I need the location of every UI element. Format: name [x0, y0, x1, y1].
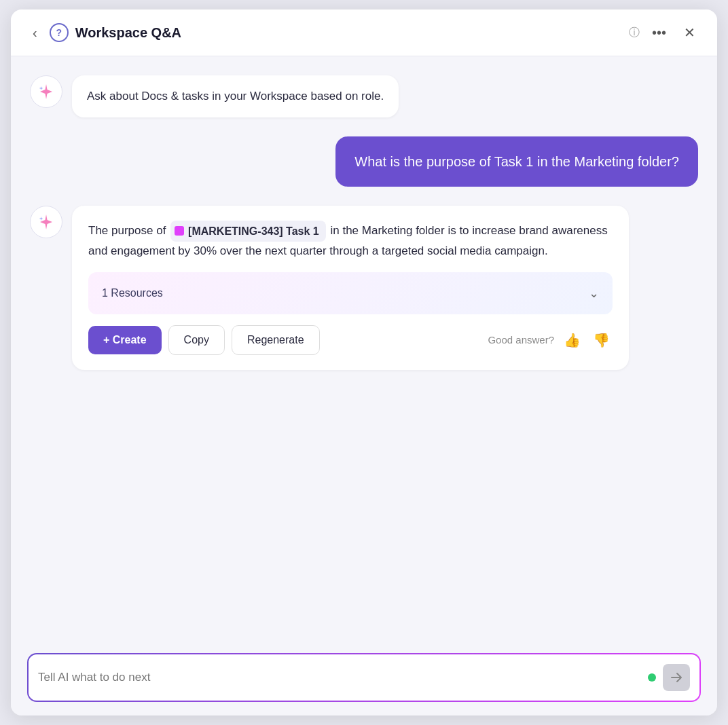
ai-response-bubble: The purpose of [MARKETING-343] Task 1 in… — [72, 206, 629, 371]
chat-panel: ‹ ? Workspace Q&A ⓘ ••• ✕ Ask about Docs… — [11, 10, 717, 715]
task-color-dot — [175, 226, 184, 236]
online-status-dot — [648, 673, 656, 682]
response-prefix: The purpose of — [88, 224, 166, 237]
header-title: Workspace Q&A — [75, 25, 622, 41]
resources-accordion: 1 Resources ⌄ — [88, 272, 613, 315]
input-inner — [29, 654, 699, 701]
ai-intro-bubble: Ask about Docs & tasks in your Workspace… — [72, 75, 399, 117]
close-button[interactable]: ✕ — [678, 22, 701, 43]
chat-area: Ask about Docs & tasks in your Workspace… — [11, 56, 717, 642]
action-buttons: + Create Copy Regenerate Good answer? 👍 … — [88, 325, 613, 355]
input-area — [11, 642, 717, 715]
input-wrapper — [27, 653, 701, 702]
workspace-icon: ? — [50, 23, 69, 42]
more-button[interactable]: ••• — [647, 22, 672, 43]
avatar — [30, 75, 62, 108]
task-reference[interactable]: [MARKETING-343] Task 1 — [170, 221, 326, 242]
create-button[interactable]: + Create — [88, 326, 162, 354]
chat-input[interactable] — [38, 671, 641, 684]
chevron-down-icon: ⌄ — [589, 283, 599, 304]
regenerate-button[interactable]: Regenerate — [232, 325, 320, 355]
header: ‹ ? Workspace Q&A ⓘ ••• ✕ — [11, 10, 717, 56]
send-button[interactable] — [663, 664, 690, 691]
task-label-text: [MARKETING-343] Task 1 — [188, 222, 319, 240]
user-message-row: What is the purpose of Task 1 in the Mar… — [30, 136, 698, 187]
ai-avatar-response — [30, 206, 62, 238]
sparkle-icon-response — [37, 213, 55, 231]
user-message-text: What is the purpose of Task 1 in the Mar… — [354, 154, 679, 169]
info-icon[interactable]: ⓘ — [629, 26, 640, 40]
ai-response-row: The purpose of [MARKETING-343] Task 1 in… — [30, 206, 698, 371]
header-actions: ••• ✕ — [647, 22, 701, 43]
copy-button[interactable]: Copy — [168, 325, 225, 355]
send-icon — [670, 671, 682, 684]
response-suffix: in the Marketing folder is to increase b… — [88, 224, 608, 257]
ai-intro-row: Ask about Docs & tasks in your Workspace… — [30, 75, 698, 117]
resources-label: 1 Resources — [102, 284, 163, 302]
back-button[interactable]: ‹ — [27, 22, 43, 43]
good-answer-label: Good answer? — [488, 331, 554, 349]
resources-header[interactable]: 1 Resources ⌄ — [88, 272, 613, 315]
thumbs-up-button[interactable]: 👍 — [561, 329, 583, 351]
sparkle-icon — [37, 83, 55, 100]
user-bubble: What is the purpose of Task 1 in the Mar… — [335, 136, 698, 187]
feedback-section: Good answer? 👍 👎 — [488, 329, 613, 351]
ai-intro-text: Ask about Docs & tasks in your Workspace… — [87, 90, 384, 103]
thumbs-down-button[interactable]: 👎 — [590, 329, 613, 351]
